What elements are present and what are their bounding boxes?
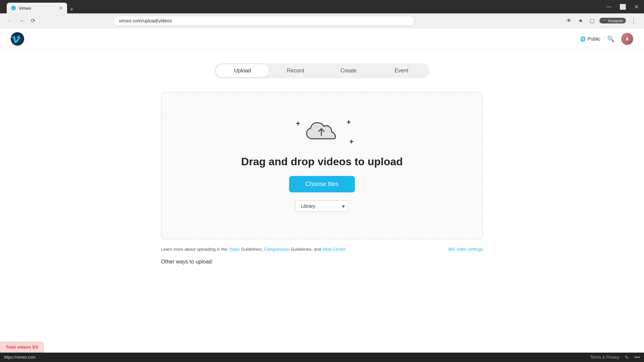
sparkle-plus-bottom-right: + — [349, 137, 354, 146]
choose-files-button[interactable]: Choose files — [289, 176, 355, 192]
tab-title: Vimeo — [19, 6, 56, 11]
incognito-label: Incognito — [608, 19, 623, 23]
upload-footer: Learn more about uploading in the Video … — [161, 246, 483, 252]
close-button[interactable]: ✕ — [630, 0, 643, 13]
other-ways-section: Other ways to upload: — [161, 259, 483, 265]
library-select-wrap: Library — [295, 200, 349, 212]
tab-event[interactable]: Event — [375, 64, 428, 77]
bookmark-button[interactable]: ★ — [576, 16, 585, 25]
sidebar-button[interactable]: ▢ — [588, 16, 597, 25]
browser-actions: 👁 ★ ▢ 🥷 Incognito ⋮ — [564, 16, 639, 26]
address-bar: ← → ⟳ 👁 ★ ▢ 🥷 Incognito ⋮ — [0, 13, 644, 28]
vimeo-logo[interactable] — [11, 32, 24, 46]
tab-close-button[interactable]: ✕ — [59, 6, 63, 10]
other-ways-title: Other ways to upload: — [161, 259, 483, 265]
main-content: Upload Record Create Event + + + Drag an… — [0, 50, 644, 278]
tab-create[interactable]: Create — [322, 64, 375, 77]
tab-favicon: v — [11, 5, 16, 11]
svg-point-2 — [11, 32, 24, 46]
minimize-button[interactable]: — — [602, 0, 615, 13]
compression-guidelines-link[interactable]: Compression — [264, 247, 290, 252]
library-select[interactable]: Library — [295, 200, 349, 212]
cloud-upload-icon-wrap: + + + — [305, 119, 339, 147]
terms-privacy-link[interactable]: Terms & Privacy — [590, 355, 620, 360]
more-icon: ••• — [634, 354, 640, 360]
search-button[interactable]: 🔍 — [607, 35, 614, 43]
forward-button[interactable]: → — [17, 16, 25, 25]
maximize-button[interactable]: ⬜ — [615, 0, 630, 13]
reload-button[interactable]: ⟳ — [30, 16, 37, 25]
drag-drop-text: Drag and drop videos to upload — [241, 156, 403, 168]
footer-left: Learn more about uploading in the Video … — [161, 247, 346, 252]
360-video-settings-link[interactable]: 360 video settings — [448, 247, 483, 252]
header-right: 🌐 Public 🔍 A — [580, 33, 633, 45]
cloud-upload-svg — [305, 119, 339, 146]
page-content: 🌐 Public 🔍 A Upload Record Create Event … — [0, 28, 644, 362]
sparkle-plus-left: + — [296, 119, 300, 128]
avatar[interactable]: A — [621, 33, 633, 45]
sparkle-plus-top-right: + — [346, 118, 351, 127]
help-center-link[interactable]: Help Center — [322, 247, 345, 252]
globe-icon: 🌐 — [580, 36, 586, 42]
browser-tab-active[interactable]: v Vimeo ✕ — [7, 3, 67, 13]
learn-more-text: Learn more about uploading in the — [161, 247, 229, 252]
avatar-initial: A — [626, 36, 629, 42]
edit-icon: ✎ — [625, 354, 629, 361]
public-button[interactable]: 🌐 Public — [580, 36, 600, 42]
window-controls: — ⬜ ✕ — [602, 0, 643, 13]
status-url: https://vimeo.com — [4, 355, 36, 360]
guidelines-text: Guidelines, — [241, 247, 264, 252]
total-videos-count: 3/3 — [32, 345, 38, 350]
public-label: Public — [588, 36, 600, 42]
guidelines-text-2: Guidelines, and — [291, 247, 322, 252]
video-guidelines-link[interactable]: Video — [229, 247, 240, 252]
upload-drop-area: + + + Drag and drop videos to upload Cho… — [161, 92, 483, 239]
tab-bar: v Vimeo ✕ + — ⬜ ✕ — [0, 0, 644, 13]
new-tab-button[interactable]: + — [67, 6, 76, 13]
incognito-icon: 🥷 — [602, 18, 607, 23]
footer-right: 360 video settings — [448, 246, 483, 252]
tab-upload[interactable]: Upload — [216, 64, 269, 77]
svg-text:v: v — [12, 7, 14, 10]
browser-chrome: v Vimeo ✕ + — ⬜ ✕ ← → ⟳ 👁 ★ ▢ 🥷 Incognit… — [0, 0, 644, 28]
bottom-status-bar: https://vimeo.com Terms & Privacy ✎ ••• — [0, 353, 644, 362]
total-videos-label: Total videos — [6, 345, 32, 350]
total-videos-badge: Total videos 3/3 — [0, 342, 44, 353]
vimeo-header: 🌐 Public 🔍 A — [0, 28, 644, 50]
reader-mode-button[interactable]: 👁 — [564, 16, 574, 25]
upload-tabs: Upload Record Create Event — [215, 63, 429, 78]
search-icon: 🔍 — [607, 36, 614, 42]
address-input[interactable] — [113, 16, 415, 26]
more-options-button[interactable]: ⋮ — [629, 16, 639, 26]
back-button[interactable]: ← — [5, 16, 13, 25]
incognito-badge: 🥷 Incognito — [599, 18, 626, 23]
tab-record[interactable]: Record — [269, 64, 322, 77]
